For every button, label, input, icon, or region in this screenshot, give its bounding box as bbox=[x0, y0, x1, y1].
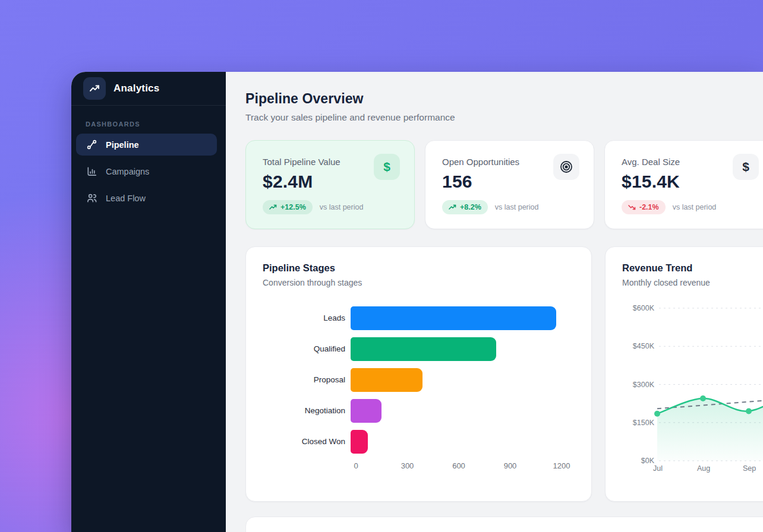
revenue-line-chart: $0K$150K$300K$450K$600KJulAugSep bbox=[620, 299, 763, 475]
bar-category-label: Proposal bbox=[263, 375, 351, 385]
app-window: Analytics DASHBOARDS Pipeline bbox=[71, 72, 763, 532]
y-axis-tick-label: $600K bbox=[633, 304, 655, 312]
sidebar-item-lead-flow[interactable]: Lead Flow bbox=[76, 187, 217, 209]
x-axis-tick-label: 900 bbox=[504, 461, 517, 470]
y-axis-tick-label: $0K bbox=[641, 457, 655, 465]
bar-row: Negotiation bbox=[263, 399, 575, 423]
chart-subtitle: Conversion through stages bbox=[263, 278, 575, 287]
delta-badge: +8.2% bbox=[442, 200, 488, 214]
users-icon bbox=[86, 192, 97, 204]
pipeline-bars: LeadsQualifiedProposalNegotiationClosed … bbox=[263, 306, 575, 454]
bar-row: Qualified bbox=[263, 337, 575, 361]
pipeline-stages-card: Pipeline Stages Conversion through stage… bbox=[245, 246, 592, 502]
revenue-trend-card: Revenue Trend Monthly closed revenue $0K… bbox=[605, 246, 763, 502]
bar-row: Proposal bbox=[263, 368, 575, 392]
charts-row: Pipeline Stages Conversion through stage… bbox=[245, 246, 763, 502]
bar-row: Leads bbox=[263, 306, 575, 330]
revenue-dot bbox=[746, 408, 752, 414]
bar bbox=[351, 337, 496, 361]
kpi-row: Total Pipeline Value $2.4M +12.5% vs las… bbox=[245, 140, 763, 229]
bar bbox=[351, 430, 368, 454]
bar-category-label: Closed Won bbox=[263, 437, 351, 447]
sidebar-item-label: Pipeline bbox=[106, 140, 139, 150]
sidebar-nav: Pipeline Campaigns bbox=[71, 134, 226, 209]
trending-up-icon bbox=[269, 204, 277, 210]
sidebar-item-label: Campaigns bbox=[106, 167, 149, 176]
brand: Analytics bbox=[71, 72, 226, 106]
y-axis-tick-label: $150K bbox=[633, 419, 655, 427]
target-icon bbox=[553, 154, 579, 180]
kpi-card-total-pipeline-value: Total Pipeline Value $2.4M +12.5% vs las… bbox=[245, 140, 415, 229]
revenue-dot bbox=[654, 411, 660, 417]
brand-name: Analytics bbox=[113, 83, 159, 94]
route-icon bbox=[86, 139, 97, 151]
x-axis-month-label: Sep bbox=[743, 464, 756, 473]
x-axis-month-label: Jul bbox=[653, 464, 663, 473]
chart-title: Revenue Trend bbox=[622, 262, 763, 274]
delta-note: vs last period bbox=[495, 203, 539, 211]
delta-note: vs last period bbox=[320, 203, 364, 211]
bar-chart-icon bbox=[86, 166, 97, 178]
dollar-icon: $ bbox=[374, 154, 400, 180]
bar bbox=[351, 306, 556, 330]
y-axis-tick-label: $300K bbox=[633, 381, 655, 389]
sidebar-item-label: Lead Flow bbox=[106, 194, 146, 203]
chart-subtitle: Monthly closed revenue bbox=[622, 278, 763, 287]
page-subtitle: Track your sales pipeline and revenue pe… bbox=[245, 112, 763, 123]
x-axis-month-label: Aug bbox=[697, 464, 710, 473]
main-content: Pipeline Overview Track your sales pipel… bbox=[226, 72, 763, 532]
trending-down-icon bbox=[628, 204, 636, 210]
bottom-card bbox=[245, 517, 763, 532]
bar-row: Closed Won bbox=[263, 430, 575, 454]
delta-badge: -2.1% bbox=[622, 200, 666, 214]
sidebar-item-campaigns[interactable]: Campaigns bbox=[76, 160, 217, 182]
x-axis-tick-label: 1200 bbox=[553, 461, 570, 470]
sidebar-item-pipeline[interactable]: Pipeline bbox=[76, 134, 217, 156]
trending-up-icon bbox=[449, 204, 456, 210]
page-title: Pipeline Overview bbox=[245, 91, 763, 107]
x-axis-tick-label: 600 bbox=[452, 461, 465, 470]
kpi-card-open-opportunities: Open Opportunities 156 +8.2% vs last per… bbox=[425, 140, 594, 229]
y-axis-tick-label: $450K bbox=[633, 342, 655, 350]
chart-title: Pipeline Stages bbox=[263, 262, 575, 274]
bar-category-label: Qualified bbox=[263, 344, 351, 354]
x-axis-tick-label: 0 bbox=[354, 461, 358, 470]
bar bbox=[351, 368, 423, 392]
revenue-dot bbox=[700, 395, 706, 401]
bar bbox=[351, 399, 382, 423]
dollar-icon: $ bbox=[733, 154, 759, 180]
x-axis-tick-label: 300 bbox=[401, 461, 414, 470]
kpi-card-avg-deal-size: Avg. Deal Size $15.4K -2.1% vs last peri… bbox=[604, 140, 763, 229]
sidebar: Analytics DASHBOARDS Pipeline bbox=[71, 72, 226, 532]
delta-badge: +12.5% bbox=[263, 200, 313, 214]
bar-category-label: Negotiation bbox=[263, 406, 351, 416]
pipeline-x-axis: 03006009001200 bbox=[356, 461, 575, 471]
delta-note: vs last period bbox=[673, 203, 717, 211]
analytics-logo-icon bbox=[83, 77, 106, 100]
sidebar-section-label: DASHBOARDS bbox=[71, 106, 226, 134]
bar-category-label: Leads bbox=[263, 314, 351, 324]
